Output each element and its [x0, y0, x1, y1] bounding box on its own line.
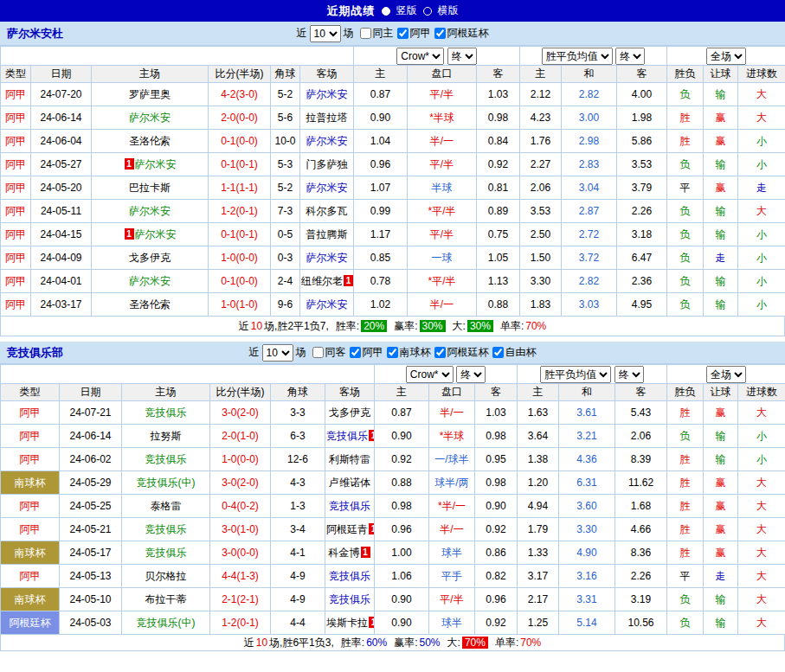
date-cell: 24-05-25 [60, 495, 122, 518]
asian-away-odds: 0.84 [477, 130, 520, 153]
layout-vertical-radio[interactable] [382, 7, 390, 16]
odds-company-select[interactable]: Crow* [396, 48, 444, 65]
date-cell: 24-04-01 [31, 270, 92, 293]
filter-checkbox-南球杯[interactable] [387, 347, 398, 358]
euro-stage-select[interactable]: 终 [614, 366, 644, 383]
euro-draw-odds: 2.83 [562, 153, 617, 176]
filter-checkbox-阿甲[interactable] [397, 28, 409, 39]
euro-avg-select[interactable]: 胜平负均值 [540, 366, 611, 383]
match-row: 阿甲24-06-02竞技俱乐1-0(0-0)12-6利斯特雷0.92一/球半0.… [1, 448, 785, 471]
red-card-badge: 1 [344, 275, 353, 286]
asian-away-odds: 0.96 [475, 588, 518, 611]
games-count-select[interactable]: 10 [262, 344, 293, 362]
col-header-euro-home: 主 [520, 66, 562, 83]
result-goals: 大 [738, 471, 785, 495]
filter-南球杯[interactable]: 南球杯 [387, 346, 431, 358]
asian-home-odds: 0.92 [375, 448, 429, 471]
layout-vertical-label[interactable]: 竖版 [396, 3, 417, 18]
filter-自由杯[interactable]: 自由杯 [492, 346, 537, 358]
filter-阿根廷杯[interactable]: 阿根廷杯 [434, 27, 489, 39]
euro-away-odds: 3.19 [615, 588, 667, 611]
odds-stage-select[interactable]: 终 [456, 366, 486, 383]
result-handicap: 输 [704, 153, 738, 176]
home-team-name: 竞技俱乐(中) [137, 477, 196, 489]
result-outcome: 胜 [667, 106, 704, 130]
away-team-name: 拉普拉塔 [306, 112, 348, 124]
score-cell: 3-0(2-0) [210, 471, 271, 495]
match-row: 阿甲24-06-14萨尔米安2-0(0-0)5-6拉普拉塔0.90*半球0.98… [1, 106, 785, 130]
euro-stage-select[interactable]: 终 [615, 48, 645, 65]
asian-away-odds: 0.89 [477, 200, 520, 223]
result-scope-controls: 全场 [667, 365, 785, 384]
stat-label: 赢率: [394, 636, 417, 650]
league-cell: 阿甲 [1, 83, 31, 106]
stat-label: 单率: [500, 319, 524, 334]
col-header-euro-away: 客 [615, 384, 667, 401]
filter-checkbox-阿根廷杯[interactable] [434, 347, 446, 358]
euro-home-odds: 1.79 [518, 518, 559, 541]
euro-odds-controls: 胜平负均值 终 [518, 365, 667, 384]
summary-1: 近10场,胜6平1负3,胜率:60%赢率:50%大:70%单率:70% [0, 635, 785, 651]
corners-cell: 5-2 [271, 176, 300, 200]
col-header-handicap-result: 让球 [704, 384, 738, 401]
score-cell: 0-1(0-1) [209, 223, 271, 246]
away-team-name: 竞技俱乐 [329, 593, 370, 605]
euro-away-odds: 11.62 [615, 471, 667, 495]
asian-away-odds: 0.82 [475, 565, 518, 588]
layout-horizontal-label[interactable]: 横版 [438, 3, 459, 18]
result-goals: 小 [738, 246, 785, 270]
away-team-name: 门多萨独 [306, 158, 348, 170]
home-team-name: 罗萨里奥 [129, 88, 171, 100]
result-handicap: 走 [704, 565, 738, 588]
result-goals: 小 [738, 130, 785, 153]
match-row: 南球杯24-05-17竞技俱乐3-0(0-0)4-1科金博11.00球半0.86… [1, 541, 785, 565]
odds-stage-select[interactable]: 终 [447, 48, 477, 65]
result-outcome: 负 [667, 611, 704, 635]
euro-home-odds: 1.83 [520, 293, 562, 317]
home-team-name: 萨尔米安 [129, 275, 171, 287]
odds-company-select[interactable]: Crow* [406, 366, 454, 383]
result-outcome: 负 [667, 200, 704, 223]
filter-阿根廷杯[interactable]: 阿根廷杯 [434, 346, 489, 358]
filter-checkbox-同主[interactable] [360, 28, 371, 39]
asian-odds-controls: Crow* 终 [375, 365, 518, 384]
match-row: 阿甲24-06-14拉努斯2-0(1-0)6-3竞技俱乐10.90*半球0.98… [1, 425, 785, 448]
filter-checkbox-阿根廷杯[interactable] [434, 28, 446, 39]
corners-cell: 4-9 [271, 565, 325, 588]
euro-away-odds: 2.26 [617, 200, 667, 223]
filter-阿甲[interactable]: 阿甲 [350, 346, 383, 358]
away-team-name: 阿根廷青 [326, 523, 368, 535]
date-cell: 24-06-14 [60, 425, 122, 448]
col-header-type: 类型 [1, 384, 60, 401]
filter-checkbox-阿甲[interactable] [350, 347, 361, 358]
home-team-name: 竞技俱乐 [145, 547, 187, 559]
corners-cell: 10-0 [271, 130, 300, 153]
score-cell: 3-0(2-0) [210, 401, 271, 425]
filter-同主[interactable]: 同主 [360, 27, 394, 39]
away-team: 萨尔米安 [300, 293, 354, 317]
stat-value: 70% [462, 637, 488, 649]
asian-line: 球半 [429, 541, 475, 565]
layout-horizontal-radio[interactable] [423, 7, 432, 16]
scope-select[interactable]: 全场 [706, 48, 746, 65]
column-header-row: 类型 日期 主场 比分(半场) 角球 客场 主 盘口 客 主 和 客 胜负 让球… [1, 66, 785, 83]
score-cell: 3-0(0-0) [210, 541, 271, 565]
filter-阿甲[interactable]: 阿甲 [397, 27, 431, 39]
result-outcome: 负 [667, 246, 704, 270]
asian-line: *平/半 [408, 200, 477, 223]
euro-away-odds: 6.47 [617, 246, 667, 270]
scope-select[interactable]: 全场 [706, 366, 746, 383]
filter-同客[interactable]: 同客 [312, 346, 346, 358]
filter-checkbox-同客[interactable] [312, 347, 324, 358]
result-goals: 小 [738, 293, 785, 317]
away-team: 阿根廷青1 [325, 518, 375, 541]
euro-avg-select[interactable]: 胜平负均值 [542, 48, 613, 65]
games-count-select[interactable]: 10 [310, 25, 341, 42]
result-outcome: 负 [667, 83, 704, 106]
league-cell: 阿甲 [1, 106, 31, 130]
asian-line: 平/半 [408, 223, 477, 246]
home-team: 竞技俱乐(中) [122, 611, 210, 635]
asian-home-odds: 0.78 [354, 270, 408, 293]
spacer-cell [1, 47, 354, 66]
filter-checkbox-自由杯[interactable] [492, 347, 504, 358]
